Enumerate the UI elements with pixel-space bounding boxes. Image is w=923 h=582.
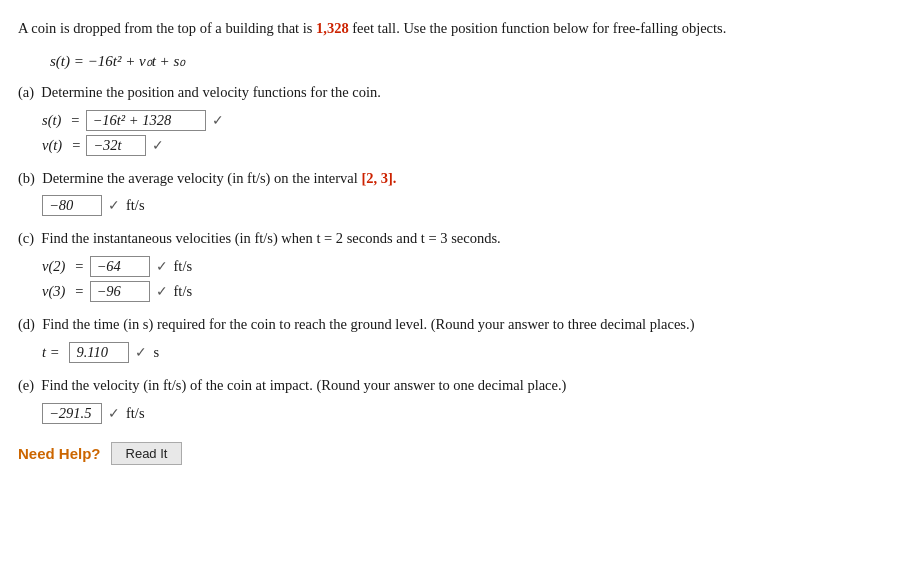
part-d-answer-box[interactable]: 9.110 [69, 342, 129, 363]
vt-equals: = [72, 137, 80, 154]
read-it-button[interactable]: Read It [111, 442, 183, 465]
vt-answer-box[interactable]: −32t [86, 135, 146, 156]
part-b-checkmark: ✓ [108, 197, 120, 214]
part-c-label: (c) Find the instantaneous velocities (i… [18, 228, 899, 250]
part-b: (b) Determine the average velocity (in f… [18, 168, 899, 217]
need-help-label: Need Help? [18, 445, 101, 462]
part-b-answer-row: −80 ✓ ft/s [42, 195, 899, 216]
st-equals: = [71, 112, 79, 129]
intro-text: A coin is dropped from the top of a buil… [18, 20, 312, 36]
st-answer-box[interactable]: −16t² + 1328 [86, 110, 206, 131]
highlight-number: 1,328 [316, 20, 349, 36]
v2-label: v(2) [42, 258, 65, 275]
part-d-checkmark: ✓ [135, 344, 147, 361]
part-d-label: (d) Find the time (in s) required for th… [18, 314, 899, 336]
part-e-answer-box[interactable]: −291.5 [42, 403, 102, 424]
part-a-label: (a) Determine the position and velocity … [18, 82, 899, 104]
part-e-unit: ft/s [126, 405, 145, 422]
part-b-answer-box[interactable]: −80 [42, 195, 102, 216]
part-e-answer-row: −291.5 ✓ ft/s [42, 403, 899, 424]
vt-checkmark: ✓ [152, 137, 164, 154]
st-checkmark: ✓ [212, 112, 224, 129]
part-a-st-row: s(t) = −16t² + 1328 ✓ [42, 110, 899, 131]
problem-intro: A coin is dropped from the top of a buil… [18, 18, 899, 40]
part-c: (c) Find the instantaneous velocities (i… [18, 228, 899, 302]
part-c-v2-row: v(2) = −64 ✓ ft/s [42, 256, 899, 277]
intro-text2: feet tall. Use the position function bel… [352, 20, 726, 36]
v3-label: v(3) [42, 283, 65, 300]
st-label: s(t) [42, 112, 61, 129]
part-e-label: (e) Find the velocity (in ft/s) of the c… [18, 375, 899, 397]
part-b-interval: [2, 3]. [361, 170, 396, 186]
part-b-unit: ft/s [126, 197, 145, 214]
v3-eq: = [75, 283, 83, 300]
position-formula: s(t) = −16t² + v₀t + s₀ [50, 52, 899, 70]
part-e: (e) Find the velocity (in ft/s) of the c… [18, 375, 899, 424]
v3-unit: ft/s [174, 283, 193, 300]
part-d-answer-row: t = 9.110 ✓ s [42, 342, 899, 363]
v2-unit: ft/s [174, 258, 193, 275]
v2-eq: = [75, 258, 83, 275]
part-e-checkmark: ✓ [108, 405, 120, 422]
part-a-vt-row: v(t) = −32t ✓ [42, 135, 899, 156]
part-d-unit: s [153, 344, 159, 361]
vt-label: v(t) [42, 137, 62, 154]
part-d: (d) Find the time (in s) required for th… [18, 314, 899, 363]
need-help-section: Need Help? Read It [18, 442, 899, 465]
part-b-label: (b) Determine the average velocity (in f… [18, 168, 899, 190]
part-a: (a) Determine the position and velocity … [18, 82, 899, 156]
v3-checkmark: ✓ [156, 283, 168, 300]
part-c-v3-row: v(3) = −96 ✓ ft/s [42, 281, 899, 302]
v2-answer-box[interactable]: −64 [90, 256, 150, 277]
v3-answer-box[interactable]: −96 [90, 281, 150, 302]
v2-checkmark: ✓ [156, 258, 168, 275]
part-d-t-label: t = [42, 344, 59, 361]
